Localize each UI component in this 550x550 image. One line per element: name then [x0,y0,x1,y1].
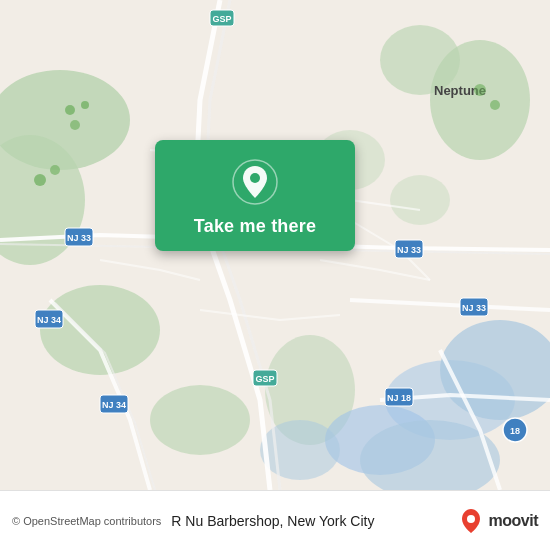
svg-point-3 [40,285,160,375]
take-me-there-button[interactable]: Take me there [155,140,355,251]
take-me-there-label: Take me there [194,216,316,237]
svg-point-40 [50,165,60,175]
svg-text:NJ 34: NJ 34 [102,400,126,410]
svg-point-37 [81,101,89,109]
svg-point-4 [150,385,250,455]
location-name: R Nu Barbershop, New York City [171,513,374,529]
svg-text:GSP: GSP [255,374,274,384]
svg-text:18: 18 [510,426,520,436]
svg-point-39 [34,174,46,186]
svg-point-46 [467,515,475,523]
svg-text:NJ 33: NJ 33 [397,245,421,255]
bottom-bar: © OpenStreetMap contributors R Nu Barber… [0,490,550,550]
svg-point-11 [390,175,450,225]
moovit-brand-text: moovit [489,512,538,530]
svg-point-45 [250,173,260,183]
attribution-text: © OpenStreetMap contributors [12,515,161,527]
svg-point-38 [70,120,80,130]
moovit-brand-icon [457,507,485,535]
location-pin-icon [231,158,279,206]
svg-text:NJ 18: NJ 18 [387,393,411,403]
moovit-logo: moovit [457,507,538,535]
svg-text:NJ 33: NJ 33 [67,233,91,243]
svg-point-36 [65,105,75,115]
svg-text:NJ 34: NJ 34 [37,315,61,325]
svg-point-41 [474,84,486,96]
map-container: GSP GSP GSP NJ 33 NJ 33 NJ 33 NJ 34 NJ 3… [0,0,550,490]
location-info: © OpenStreetMap contributors [12,515,161,527]
svg-text:NJ 33: NJ 33 [462,303,486,313]
svg-point-42 [490,100,500,110]
svg-text:GSP: GSP [212,14,231,24]
